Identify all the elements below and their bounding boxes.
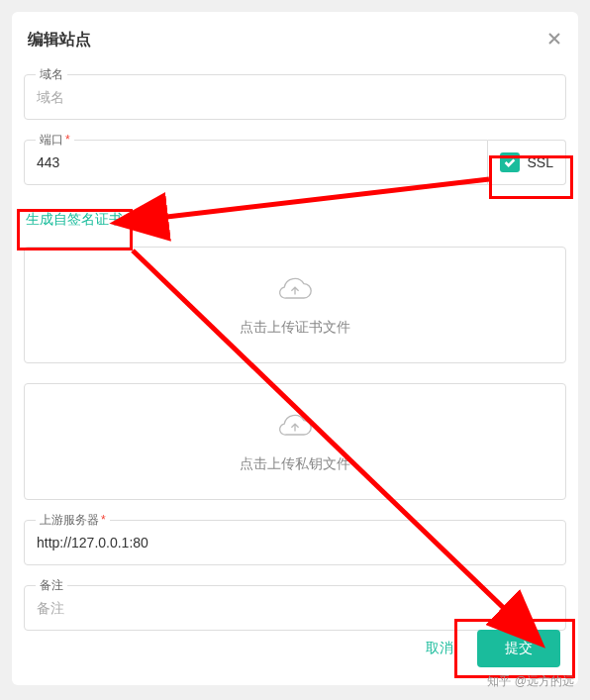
ssl-label: SSL xyxy=(528,154,553,170)
port-field: 端口 SSL xyxy=(24,140,566,185)
edit-site-modal: 编辑站点 域名 端口 SSL 生成自签名证书 点击上传证书文件 xyxy=(12,12,578,685)
remark-label: 备注 xyxy=(36,577,67,594)
ssl-toggle[interactable]: SSL xyxy=(488,140,566,185)
submit-button[interactable]: 提交 xyxy=(477,630,560,667)
upload-cert-area[interactable]: 点击上传证书文件 xyxy=(24,247,566,363)
cloud-upload-icon xyxy=(50,273,540,309)
modal-title: 编辑站点 xyxy=(28,30,91,50)
domain-input[interactable] xyxy=(24,74,566,120)
modal-footer: 取消 提交 xyxy=(418,630,560,667)
remark-field: 备注 xyxy=(24,585,566,631)
cloud-upload-icon xyxy=(50,410,540,446)
domain-label: 域名 xyxy=(36,66,67,83)
port-label: 端口 xyxy=(36,132,74,149)
upload-cert-text: 点击上传证书文件 xyxy=(50,319,540,337)
watermark-text: 知乎 @远方的远 xyxy=(487,673,574,690)
upload-key-area[interactable]: 点击上传私钥文件 xyxy=(24,383,566,500)
upstream-label: 上游服务器 xyxy=(36,512,110,529)
generate-cert-link[interactable]: 生成自签名证书 xyxy=(24,205,125,235)
cancel-button[interactable]: 取消 xyxy=(418,630,461,667)
port-input[interactable] xyxy=(24,140,488,185)
remark-input[interactable] xyxy=(24,585,566,631)
domain-field: 域名 xyxy=(24,74,566,120)
modal-header: 编辑站点 xyxy=(24,30,566,50)
upload-key-text: 点击上传私钥文件 xyxy=(50,455,540,473)
close-icon[interactable] xyxy=(546,31,562,50)
upstream-field: 上游服务器 xyxy=(24,520,566,565)
ssl-checkbox-icon xyxy=(500,152,520,172)
